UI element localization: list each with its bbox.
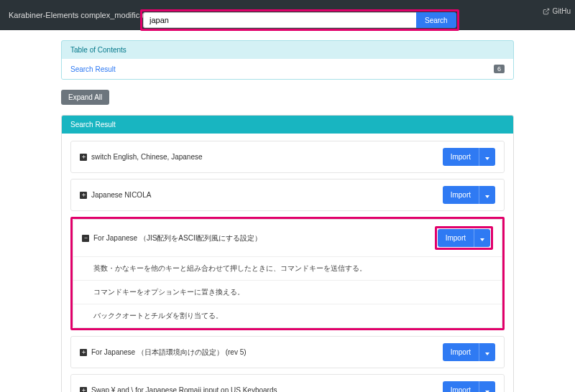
rule-item: ＋For Japanese （日本語環境向けの設定） (rev 5) Impor… — [70, 336, 505, 368]
rule-header[interactable]: ＋For Japanese （日本語環境向けの設定） (rev 5) Impor… — [71, 337, 504, 368]
search-container: Search — [140, 9, 459, 31]
rule-item: －For Japanese （JIS配列をASCII配列風にする設定） Impo… — [73, 219, 502, 328]
rule-header[interactable]: ＋switch English, Chinese, Japanese Impor… — [71, 141, 504, 172]
panel-heading: Search Result — [62, 116, 513, 134]
rule-title: Swap ¥ and \ for Japanese Romaji input o… — [91, 386, 277, 392]
main-container: Table of Contents Search Result 6 Expand… — [61, 30, 514, 392]
rule-description: 英数・かなキーを他のキーと組み合わせて押したときに、コマンドキーを送信する。 — [73, 256, 502, 280]
import-button[interactable]: Import — [438, 229, 474, 247]
import-button-group: Import — [443, 381, 495, 392]
expand-all-button[interactable]: Expand All — [61, 90, 109, 105]
highlighted-rule: －For Japanese （JIS配列をASCII配列風にする設定） Impo… — [70, 217, 505, 330]
expand-icon: ＋ — [80, 387, 87, 393]
rule-description: バッククオートとチルダを割り当てる。 — [73, 304, 502, 327]
import-dropdown-button[interactable] — [479, 381, 495, 392]
github-link[interactable]: GitHu — [543, 7, 571, 15]
expand-icon: ＋ — [80, 349, 87, 356]
rule-title: Japanese NICOLA — [91, 191, 151, 199]
import-button-group: Import — [443, 186, 495, 204]
github-link-label: GitHu — [552, 7, 571, 15]
import-dropdown-button[interactable] — [479, 148, 495, 166]
import-button[interactable]: Import — [443, 343, 479, 361]
rule-title: For Japanese （JIS配列をASCII配列風にする設定） — [93, 233, 262, 243]
import-button-group: Import — [443, 148, 495, 166]
import-button[interactable]: Import — [443, 148, 479, 166]
import-dropdown-button[interactable] — [479, 186, 495, 204]
rule-title: switch English, Chinese, Japanese — [91, 153, 203, 161]
svg-line-0 — [546, 9, 550, 12]
chevron-down-icon — [480, 238, 484, 241]
expand-icon: ＋ — [80, 192, 87, 199]
chevron-down-icon — [485, 353, 489, 355]
highlighted-import: Import — [435, 226, 493, 250]
import-dropdown-button[interactable] — [479, 343, 495, 361]
rule-header[interactable]: ＋Japanese NICOLA Import — [71, 179, 504, 210]
toc-heading: Table of Contents — [62, 41, 513, 59]
toc-body: Search Result 6 — [62, 59, 513, 79]
import-button[interactable]: Import — [443, 186, 479, 204]
rule-title: For Japanese （日本語環境向けの設定） (rev 5) — [91, 347, 247, 358]
rule-item: ＋Swap ¥ and \ for Japanese Romaji input … — [70, 374, 505, 392]
rule-item: ＋switch English, Chinese, Japanese Impor… — [70, 141, 505, 173]
navbar: Karabiner-Elements complex_modifications… — [0, 0, 575, 30]
expand-icon: ＋ — [80, 154, 87, 161]
collapse-icon: － — [82, 235, 89, 242]
chevron-down-icon — [485, 195, 489, 198]
toc-search-result-link[interactable]: Search Result — [70, 65, 116, 73]
search-button[interactable]: Search — [416, 12, 456, 28]
chevron-down-icon — [485, 157, 489, 160]
rule-header[interactable]: ＋Swap ¥ and \ for Japanese Romaji input … — [71, 375, 504, 392]
import-dropdown-button[interactable] — [474, 229, 490, 247]
toc-count-badge: 6 — [494, 65, 505, 73]
rule-header[interactable]: －For Japanese （JIS配列をASCII配列風にする設定） Impo… — [73, 220, 502, 256]
external-link-icon — [543, 8, 550, 15]
rule-description: コマンドキーをオプションキーに置き換える。 — [73, 280, 502, 304]
rule-item: ＋Japanese NICOLA Import — [70, 179, 505, 211]
panel-body: ＋switch English, Chinese, Japanese Impor… — [62, 134, 513, 392]
table-of-contents: Table of Contents Search Result 6 — [61, 40, 514, 80]
search-input[interactable] — [143, 12, 416, 28]
search-result-panel: Search Result ＋switch English, Chinese, … — [61, 115, 514, 392]
import-button-group: Import — [443, 343, 495, 361]
import-button[interactable]: Import — [443, 381, 479, 392]
